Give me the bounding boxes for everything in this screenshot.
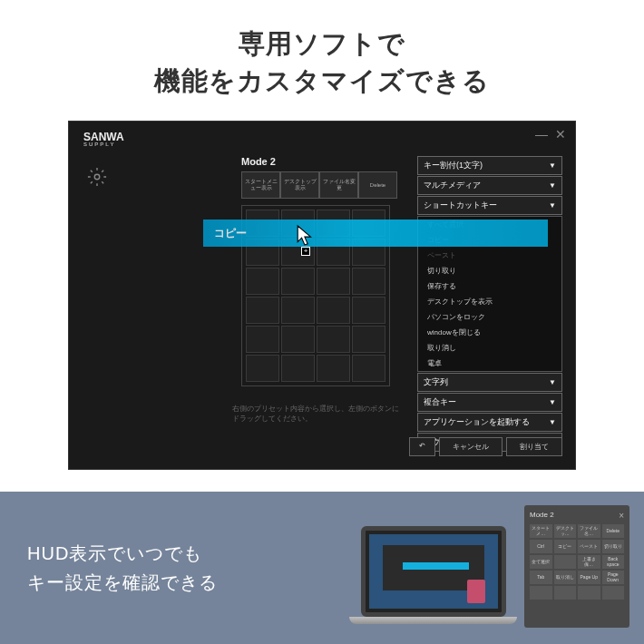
dropdown-multimedia[interactable]: マルチメディア▼ (417, 176, 562, 195)
hud-key: 取り消し (554, 571, 577, 584)
close-icon[interactable]: ✕ (555, 127, 566, 141)
main-heading: 専用ソフトで 機能をカスタマイズできる (0, 0, 644, 121)
tab-row: スタートメニュー表示 デスクトップ表示 ファイル名変更 Delete (241, 171, 397, 199)
assign-button[interactable]: 割り当て (506, 437, 562, 456)
tab-rename[interactable]: ファイル名変更 (319, 171, 358, 199)
submenu-save[interactable]: 保存する (418, 278, 561, 294)
hud-key: Ctrl (530, 540, 552, 553)
submenu-cut[interactable]: 切り取り (418, 263, 561, 278)
key-cell[interactable] (317, 268, 350, 295)
hud-key (578, 586, 600, 600)
dropdown-key-assign[interactable]: キー割付(1文字)▼ (417, 156, 562, 175)
chevron-down-icon: ▼ (549, 161, 556, 170)
hud-key: Page Down (602, 571, 625, 584)
hud-key: Back space (602, 555, 625, 569)
hud-key (554, 555, 577, 569)
chevron-down-icon: ▼ (549, 398, 556, 406)
tab-desktop[interactable]: デスクトップ表示 (280, 171, 319, 199)
dropdown-string[interactable]: 文字列▼ (417, 373, 562, 392)
submenu-calculator[interactable]: 電卓 (418, 356, 561, 371)
key-cell[interactable] (281, 297, 315, 324)
key-cell[interactable] (317, 326, 350, 353)
hud-panel: Mode 2 × スタートメ… デスクトッ… ファイル名… Delete Ctr… (524, 505, 629, 628)
key-cell[interactable] (246, 268, 279, 295)
laptop-illustration (349, 526, 517, 635)
key-cell[interactable] (317, 297, 350, 324)
hud-key: 切り取り (602, 540, 625, 553)
hud-key: ファイル名… (578, 524, 600, 538)
lower-section: HUD表示でいつでも キー設定を確認できる Mode 2 × スタートメ… デス… (0, 492, 644, 644)
undo-button[interactable]: ↶ (409, 437, 435, 456)
key-cell[interactable] (317, 355, 350, 382)
submenu-close-window[interactable]: windowを閉じる (418, 325, 561, 340)
drag-highlight: コピー (203, 220, 548, 247)
key-cell[interactable] (352, 326, 385, 353)
key-cell[interactable] (246, 297, 279, 324)
submenu-paste[interactable]: ペースト (418, 248, 561, 263)
hud-key (554, 586, 577, 600)
cancel-button[interactable]: キャンセル (439, 437, 503, 456)
dropdown-launch-app[interactable]: アプリケーションを起動する▼ (417, 413, 562, 432)
hud-key: デスクトッ… (554, 524, 577, 538)
submenu-lock-pc[interactable]: パソコンをロック (418, 309, 561, 325)
hud-key: コピー (554, 540, 577, 553)
tab-delete[interactable]: Delete (358, 171, 397, 199)
hud-key: ペースト (578, 540, 600, 553)
lower-text: HUD表示でいつでも キー設定を確認できる (27, 539, 218, 597)
svg-point-0 (94, 174, 100, 180)
dropdown-compound[interactable]: 複合キー▼ (417, 393, 562, 412)
submenu-undo[interactable]: 取り消し (418, 340, 561, 356)
chevron-down-icon: ▼ (549, 378, 556, 386)
key-cell[interactable] (281, 326, 315, 353)
key-cell[interactable] (246, 355, 279, 382)
chevron-down-icon: ▼ (549, 181, 556, 190)
brand-logo: SANWA SUPPLY (83, 132, 124, 147)
help-text: 右側のプリセット内容から選択し、左側のボタンに ドラッグしてください。 (232, 404, 399, 424)
chevron-down-icon: ▼ (549, 201, 556, 210)
hud-key: 全て選択 (530, 555, 552, 569)
chevron-down-icon: ▼ (549, 418, 556, 426)
hud-key: Tab (530, 571, 552, 584)
heading-line1: 専用ソフトで (0, 25, 644, 63)
key-cell[interactable] (246, 326, 279, 353)
hud-key: スタートメ… (530, 524, 552, 538)
dropdown-shortcut[interactable]: ショートカットキー▼ (417, 196, 562, 215)
tab-start-menu[interactable]: スタートメニュー表示 (241, 171, 280, 199)
minimize-icon[interactable]: — (535, 127, 548, 141)
key-cell[interactable] (352, 355, 385, 382)
key-cell[interactable] (352, 297, 385, 324)
hud-key: Delete (602, 524, 625, 538)
right-panel: キー割付(1文字)▼ マルチメディア▼ ショートカットキー▼ すべて選択 コピー… (417, 156, 562, 453)
gear-icon[interactable] (87, 167, 107, 187)
hud-title-row: Mode 2 × (530, 511, 624, 521)
window-controls: — ✕ (535, 127, 566, 141)
hud-key: Page Up (578, 571, 600, 584)
submenu-show-desktop[interactable]: デスクトップを表示 (418, 294, 561, 309)
key-cell[interactable] (281, 268, 315, 295)
key-cell[interactable] (352, 268, 385, 295)
mode-label: Mode 2 (241, 156, 276, 167)
plus-icon: + (301, 247, 310, 256)
heading-line2: 機能をカスタマイズできる (0, 63, 644, 100)
hud-title: Mode 2 (530, 511, 554, 521)
app-window: — ✕ SANWA SUPPLY Mode 2 スタートメニュー表示 デスクトッ… (68, 121, 576, 470)
hud-key: 上書き保… (578, 555, 600, 569)
drag-label: コピー (214, 226, 247, 241)
hud-grid: スタートメ… デスクトッ… ファイル名… Delete Ctrl コピー ペース… (530, 524, 624, 600)
hud-key (602, 586, 625, 600)
hud-key (530, 586, 552, 600)
close-icon[interactable]: × (619, 511, 624, 521)
bottom-buttons: ↶ キャンセル 割り当て (409, 437, 562, 456)
key-cell[interactable] (281, 355, 315, 382)
